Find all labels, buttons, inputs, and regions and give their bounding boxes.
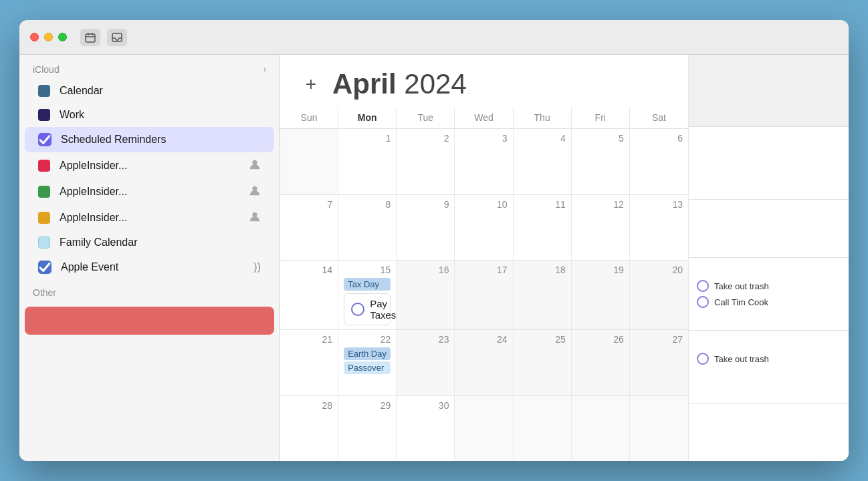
month-label: April <box>332 68 397 100</box>
calendar-day[interactable]: 10 <box>455 195 513 261</box>
icloud-chevron: › <box>263 65 266 74</box>
week-row-4: 21 22 Earth Day Passover 23 24 25 26 27 <box>280 330 688 396</box>
sidebar-item-scheduled-reminders[interactable]: Scheduled Reminders <box>25 127 274 152</box>
close-button[interactable] <box>30 33 39 41</box>
other-label: Other <box>33 287 56 298</box>
sidebar-item-apple-event[interactable]: Apple Event )) <box>25 255 274 280</box>
calendar-day-15[interactable]: 15 Tax Day Pay Taxes <box>338 261 397 329</box>
week-row-3: 14 15 Tax Day Pay Taxes 16 <box>280 261 688 330</box>
calendar-day-21[interactable]: 21 <box>280 330 338 395</box>
sidebar-item-appleinsider-green[interactable]: AppleInsider... <box>25 178 274 204</box>
calendar-item-label: Calendar <box>60 85 261 97</box>
add-calendar-button[interactable] <box>25 307 274 335</box>
month-year-title: April 2024 <box>332 68 467 100</box>
calendar-day[interactable]: 13 <box>630 195 688 261</box>
family-calendar-label: Family Calendar <box>60 236 261 249</box>
reminders-week3: Take out trash Call Tim Cook <box>689 258 849 331</box>
sidebar: iCloud › Calendar Work Schedule <box>19 55 280 461</box>
work-color-dot <box>38 109 50 121</box>
calendar-weeks: 1 2 3 4 5 <box>280 129 688 461</box>
calendar-day[interactable]: 4 <box>514 129 572 194</box>
calendar-day[interactable]: 18 <box>514 261 572 329</box>
reminder-take-out-trash-1[interactable]: Take out trash <box>697 278 841 294</box>
reminders-header-spacer <box>689 55 849 127</box>
calendar-day[interactable]: 27 <box>630 330 688 395</box>
calendar-day[interactable] <box>630 396 688 462</box>
calendar-day[interactable]: 5 <box>572 129 630 194</box>
calendar-day[interactable] <box>280 129 338 194</box>
calendar-day[interactable]: 20 <box>630 261 688 329</box>
main-window: iCloud › Calendar Work Schedule <box>19 20 849 461</box>
calendar-day[interactable]: 25 <box>514 330 572 395</box>
calendar-grid: Sun Mon Tue Wed Thu Fri Sat <box>280 107 688 461</box>
week-row-1: 1 2 3 4 5 <box>280 129 688 195</box>
inbox-icon[interactable] <box>107 29 127 46</box>
reminders-week1 <box>689 127 849 200</box>
titlebar <box>19 20 849 55</box>
day-header-thu: Thu <box>514 107 572 128</box>
calendar-day[interactable]: 29 <box>338 396 397 462</box>
week-row-2: 7 8 9 10 11 <box>280 195 688 261</box>
calendar-day[interactable]: 24 <box>455 330 513 395</box>
calendar-day[interactable]: 9 <box>397 195 455 261</box>
calendar-day[interactable]: 12 <box>572 195 630 261</box>
calendar-day[interactable]: 23 <box>397 330 455 395</box>
calendar-day[interactable]: 6 <box>630 129 688 194</box>
day-headers-row: Sun Mon Tue Wed Thu Fri Sat <box>280 107 688 129</box>
calendar-day[interactable] <box>455 396 513 462</box>
minimize-button[interactable] <box>44 33 53 41</box>
appleinsider-yellow-label: AppleInsider... <box>60 212 239 224</box>
day-header-wed: Wed <box>455 107 513 128</box>
person-badge-yellow <box>249 210 261 224</box>
svg-point-5 <box>252 160 257 165</box>
sidebar-item-work[interactable]: Work <box>25 103 274 127</box>
maximize-button[interactable] <box>58 33 67 41</box>
passover-event[interactable]: Passover <box>344 361 391 374</box>
calendar-day[interactable]: 3 <box>455 129 513 194</box>
calendar-view-icon[interactable] <box>80 29 100 46</box>
appleinsider-yellow-dot <box>38 212 50 224</box>
sidebar-item-calendar[interactable]: Calendar <box>25 79 274 103</box>
main-content: iCloud › Calendar Work Schedule <box>19 55 849 461</box>
take-out-trash-label-1: Take out trash <box>714 281 769 291</box>
calendar-day[interactable]: 8 <box>338 195 397 261</box>
calendar-day[interactable] <box>572 396 630 462</box>
calendar-day[interactable]: 11 <box>514 195 572 261</box>
scheduled-reminders-label: Scheduled Reminders <box>61 134 261 146</box>
sidebar-item-appleinsider-red[interactable]: AppleInsider... <box>25 152 274 178</box>
calendar-day[interactable]: 28 <box>280 396 338 462</box>
icloud-section-header[interactable]: iCloud › <box>19 55 280 79</box>
pay-taxes-reminder[interactable]: Pay Taxes <box>344 293 391 325</box>
add-event-button[interactable]: + <box>300 73 322 95</box>
reminder-call-tim-cook[interactable]: Call Tim Cook <box>697 294 841 310</box>
calendar-day[interactable]: 1 <box>338 129 397 194</box>
calendar-day-14[interactable]: 14 <box>280 261 338 329</box>
appleinsider-red-dot <box>38 160 50 172</box>
calendar-day[interactable]: 19 <box>572 261 630 329</box>
reminder-circle <box>697 280 709 292</box>
day-header-fri: Fri <box>572 107 630 128</box>
pay-taxes-label: Pay Taxes <box>370 298 396 321</box>
person-badge-green <box>249 184 261 198</box>
calendar-day[interactable]: 7 <box>280 195 338 261</box>
tax-day-event[interactable]: Tax Day <box>344 278 391 291</box>
calendar-day[interactable]: 17 <box>455 261 513 329</box>
reminder-take-out-trash-2[interactable]: Take out trash <box>697 351 841 367</box>
day-header-sat: Sat <box>630 107 688 128</box>
day-header-sun: Sun <box>280 107 338 128</box>
calendar-day[interactable]: 16 <box>397 261 455 329</box>
calendar-color-dot <box>38 85 50 97</box>
calendar-day-22[interactable]: 22 Earth Day Passover <box>338 330 397 395</box>
calendar-day[interactable]: 26 <box>572 330 630 395</box>
svg-point-7 <box>252 212 257 217</box>
calendar-day[interactable]: 2 <box>397 129 455 194</box>
pay-taxes-circle <box>351 303 364 316</box>
sidebar-item-appleinsider-yellow[interactable]: AppleInsider... <box>25 204 274 230</box>
earth-day-event[interactable]: Earth Day <box>344 347 391 360</box>
calendar-day[interactable] <box>514 396 572 462</box>
icloud-label: iCloud <box>33 64 60 75</box>
sound-badge: )) <box>253 261 261 273</box>
calendar-day[interactable]: 30 <box>397 396 455 462</box>
family-calendar-dot <box>38 236 50 249</box>
sidebar-item-family-calendar[interactable]: Family Calendar <box>25 230 274 255</box>
